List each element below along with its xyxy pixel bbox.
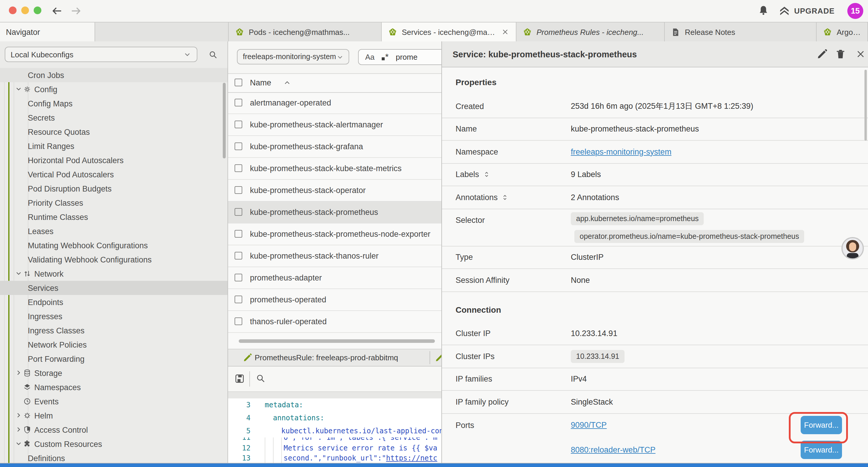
- row-checkbox[interactable]: [235, 317, 242, 325]
- sidebar-item-ingress-classes[interactable]: Ingress Classes: [0, 323, 227, 338]
- delete-trash-icon[interactable]: [835, 49, 846, 60]
- sidebar-item-network[interactable]: Network: [0, 267, 227, 281]
- chevron-right-icon[interactable]: [15, 411, 23, 419]
- maximize-window-button[interactable]: [34, 6, 41, 14]
- close-window-button[interactable]: [9, 6, 17, 14]
- table-row-prometheus-operated[interactable]: prometheus-operated: [228, 289, 441, 311]
- table-row-kube-prometheus-stack-prometheus[interactable]: kube-prometheus-stack-prometheus: [228, 202, 441, 224]
- chevron-down-icon[interactable]: [15, 269, 23, 277]
- row-checkbox[interactable]: [235, 99, 242, 107]
- name-column-header[interactable]: Name: [250, 78, 271, 87]
- sidebar-item-namespaces[interactable]: Namespaces: [0, 380, 227, 394]
- close-icon[interactable]: [855, 49, 866, 60]
- sidebar-item-vertical-pod-autoscalers[interactable]: Vertical Pod Autoscalers: [0, 167, 227, 181]
- filter-search-input[interactable]: Aa * prome: [358, 49, 441, 65]
- sidebar-item-storage[interactable]: Storage: [0, 366, 227, 380]
- port-link[interactable]: 9090/TCP: [571, 420, 607, 429]
- table-row-kube-prometheus-stack-thanos-ruler[interactable]: kube-prometheus-stack-thanos-ruler: [228, 245, 441, 267]
- sidebar-item-config-maps[interactable]: Config Maps: [0, 96, 227, 111]
- row-checkbox[interactable]: [235, 230, 242, 238]
- sort-updown-icon[interactable]: [483, 171, 490, 178]
- upgrade-button[interactable]: UPGRADE: [779, 5, 835, 17]
- assistant-avatar[interactable]: [841, 237, 864, 260]
- row-checkbox[interactable]: [235, 164, 242, 172]
- sidebar-item-horizontal-pod-autoscalers[interactable]: Horizontal Pod Autoscalers: [0, 153, 227, 167]
- namespace-link[interactable]: freeleaps-monitoring-system: [571, 147, 672, 156]
- row-checkbox[interactable]: [235, 143, 242, 150]
- sidebar-item-resource-quotas[interactable]: Resource Quotas: [0, 125, 227, 139]
- sidebar-item-limit-ranges[interactable]: Limit Ranges: [0, 139, 227, 153]
- port-link[interactable]: 8080:reloader-web/TCP: [571, 445, 656, 454]
- regex-toggle-icon[interactable]: *: [382, 54, 389, 60]
- row-checkbox[interactable]: [235, 296, 242, 303]
- search-query: prome: [396, 53, 418, 61]
- tab-argo-se[interactable]: Argo Se: [816, 23, 868, 41]
- sidebar-item-services[interactable]: Services: [0, 281, 227, 295]
- sidebar-item-runtime-classes[interactable]: Runtime Classes: [0, 210, 227, 224]
- tab-release-notes[interactable]: Release Notes: [665, 23, 816, 41]
- tab-services-icecheng-math[interactable]: Services - icecheng@math...: [382, 23, 517, 41]
- sidebar-search-icon[interactable]: [208, 50, 218, 60]
- sidebar-item-cron-jobs[interactable]: Cron Jobs: [0, 68, 227, 82]
- drawer-scrollbar[interactable]: [864, 70, 867, 141]
- sidebar-item-leases[interactable]: Leases: [0, 224, 227, 238]
- sidebar-item-definitions[interactable]: Definitions: [0, 451, 227, 463]
- navigator-tab[interactable]: Navigator: [0, 23, 95, 41]
- sidebar-item-ingresses[interactable]: Ingresses: [0, 309, 227, 323]
- line-number: 13: [228, 453, 251, 463]
- sidebar-item-network-policies[interactable]: Network Policies: [0, 338, 227, 352]
- sidebar-item-events[interactable]: Events: [0, 394, 227, 408]
- sort-ascending-icon[interactable]: [283, 79, 291, 87]
- table-row-kube-prometheus-stack-grafana[interactable]: kube-prometheus-stack-grafana: [228, 136, 441, 158]
- sidebar-item-secrets[interactable]: Secrets: [0, 111, 227, 125]
- table-row-alertmanager-operated[interactable]: alertmanager-operated: [228, 92, 441, 114]
- back-arrow-icon[interactable]: [51, 5, 63, 17]
- namespace-select[interactable]: freeleaps-monitoring-system: [237, 49, 349, 64]
- table-row-thanos-ruler-operated[interactable]: thanos-ruler-operated: [228, 311, 441, 333]
- row-checkbox[interactable]: [235, 186, 242, 194]
- tab-prometheus-rules-icecheng[interactable]: Prometheus Rules - icecheng...: [517, 23, 665, 41]
- edit-pencil-icon[interactable]: [816, 49, 828, 60]
- table-row-kube-prometheus-stack-kube-state-metrics[interactable]: kube-prometheus-stack-kube-state-metrics: [228, 158, 441, 180]
- row-checkbox[interactable]: [235, 208, 242, 216]
- match-case-toggle[interactable]: Aa: [365, 53, 375, 61]
- table-row-kube-prometheus-stack-prometheus-node-exporter[interactable]: kube-prometheus-stack-prometheus-node-ex…: [228, 224, 441, 245]
- minimize-window-button[interactable]: [21, 6, 29, 14]
- toolbar-divider: [249, 371, 250, 387]
- sidebar-item-custom-resources[interactable]: Custom Resources: [0, 437, 227, 451]
- chevron-down-icon[interactable]: [15, 85, 23, 93]
- yaml-editor[interactable]: 3metadata:4annotations:5kubectl.kubernet…: [228, 399, 441, 463]
- row-checkbox[interactable]: [235, 252, 242, 260]
- runbook-url-link[interactable]: https://netc: [386, 454, 437, 462]
- horizontal-scrollbar[interactable]: [239, 339, 435, 343]
- sidebar-item-access-control[interactable]: Access Control: [0, 423, 227, 437]
- sidebar-scrollbar[interactable]: [223, 83, 226, 158]
- sidebar-item-validating-webhook-configurations[interactable]: Validating Webhook Configurations: [0, 253, 227, 267]
- sort-updown-icon[interactable]: [501, 194, 509, 201]
- sidebar-item-endpoints[interactable]: Endpoints: [0, 295, 227, 309]
- tab-pods-icecheng-mathmas[interactable]: Pods - icecheng@mathmas...: [229, 23, 382, 41]
- select-all-checkbox[interactable]: [235, 79, 242, 86]
- editor-tab-label[interactable]: PrometheusRule: freeleaps-prod-rabbitmq: [255, 353, 398, 362]
- notification-count-badge[interactable]: 15: [847, 3, 863, 19]
- chevron-right-icon[interactable]: [15, 369, 23, 377]
- notifications-bell-icon[interactable]: [757, 5, 769, 17]
- sidebar-item-port-forwarding[interactable]: Port Forwarding: [0, 352, 227, 366]
- sidebar-item-pod-disruption-budgets[interactable]: Pod Disruption Budgets: [0, 181, 227, 196]
- table-row-prometheus-adapter[interactable]: prometheus-adapter: [228, 267, 441, 289]
- sidebar-item-priority-classes[interactable]: Priority Classes: [0, 196, 227, 210]
- table-row-kube-prometheus-stack-operator[interactable]: kube-prometheus-stack-operator: [228, 180, 441, 202]
- sidebar-item-mutating-webhook-configurations[interactable]: Mutating Webhook Configurations: [0, 238, 227, 253]
- chevron-right-icon[interactable]: [15, 426, 23, 433]
- sidebar-item-helm[interactable]: Helm: [0, 408, 227, 423]
- sidebar-item-config[interactable]: Config: [0, 82, 227, 96]
- forward-arrow-icon[interactable]: [70, 5, 82, 17]
- table-row-kube-prometheus-stack-alertmanager[interactable]: kube-prometheus-stack-alertmanager: [228, 114, 441, 136]
- close-tab-icon[interactable]: [501, 28, 509, 36]
- chevron-down-icon[interactable]: [15, 440, 23, 447]
- row-checkbox[interactable]: [235, 274, 242, 282]
- row-checkbox[interactable]: [235, 121, 242, 128]
- editor-search-icon[interactable]: [255, 373, 266, 384]
- kubeconfig-select[interactable]: Local Kubeconfigs: [5, 47, 197, 62]
- save-icon[interactable]: [234, 373, 245, 384]
